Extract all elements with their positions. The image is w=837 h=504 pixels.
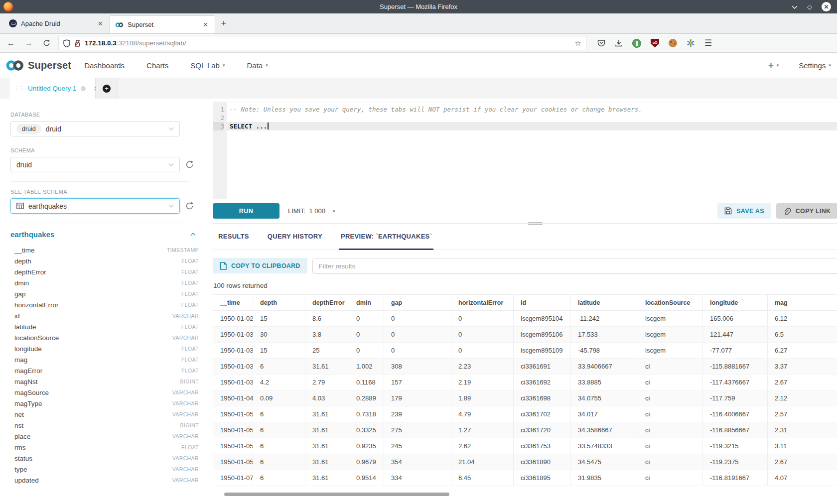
column-header[interactable]: horizontalError xyxy=(451,295,514,311)
results-table-wrap: __timedepthdepthErrordmingaphorizontalEr… xyxy=(213,294,837,486)
scrollbar-thumb[interactable] xyxy=(224,493,449,496)
downloads-icon[interactable] xyxy=(615,39,623,47)
column-row: place VARCHAR xyxy=(10,431,199,442)
ublock-icon[interactable]: uO xyxy=(651,39,659,48)
column-header[interactable]: mag xyxy=(768,295,837,311)
column-header[interactable]: dmin xyxy=(349,295,384,311)
column-name: longitude xyxy=(14,345,42,353)
table-row[interactable]: 1950-01-03T17:26:38.860Z4.2 2.790.1168 1… xyxy=(213,375,837,390)
column-row: magSource VARCHAR xyxy=(10,387,199,398)
table-row[interactable]: 1950-01-05T13:45:48.730Z6 31.610.9235 24… xyxy=(213,438,837,454)
column-row: magError FLOAT xyxy=(10,365,199,376)
maximize-icon[interactable]: ◇ xyxy=(807,3,812,10)
tab-close-icon[interactable]: ✕ xyxy=(201,21,210,28)
table-row[interactable]: 1950-01-02T15:14:37.960Z15 8.60 00 iscge… xyxy=(213,311,837,327)
insecure-lock-icon[interactable] xyxy=(74,39,81,47)
text-cursor xyxy=(268,123,269,129)
chevron-down-icon xyxy=(168,204,174,208)
table-select[interactable]: earthquakes xyxy=(10,198,180,214)
drag-grip-icon[interactable]: ⋮⋮ xyxy=(14,85,24,92)
save-as-button[interactable]: SAVE AS xyxy=(717,203,771,219)
pane-resize-handle[interactable] xyxy=(528,221,543,226)
table-row[interactable]: 1950-01-07T09:37:33.670Z6 31.610.9514 33… xyxy=(213,470,837,486)
browser-toolbar: ← → 172.18.0.3:32108/superset/sqllab/ ☆ … xyxy=(0,34,837,53)
sql-editor[interactable]: 1 2 3 -- Note: Unless you save your quer… xyxy=(213,102,837,199)
clipboard-icon xyxy=(220,262,227,270)
tab-results[interactable]: RESULTS xyxy=(218,224,249,249)
run-button[interactable]: RUN xyxy=(213,203,279,219)
caret-down-icon: ▾ xyxy=(829,63,831,68)
column-row: longitude FLOAT xyxy=(10,343,199,354)
column-name: net xyxy=(14,411,24,418)
column-type: VARCHAR xyxy=(172,389,199,395)
nav-sql-lab[interactable]: SQL Lab▾ xyxy=(190,61,225,70)
refresh-table-icon[interactable] xyxy=(185,202,194,210)
reload-icon[interactable] xyxy=(43,39,50,47)
nav-charts[interactable]: Charts xyxy=(146,61,168,70)
limit-dropdown[interactable]: LIMIT: 1 000 ▾ xyxy=(288,207,335,215)
table-row[interactable]: 1950-01-05T14:00:31.860Z6 31.610.9679 35… xyxy=(213,454,837,470)
bookmark-star-icon[interactable]: ☆ xyxy=(575,39,581,48)
cookie-extension-icon[interactable] xyxy=(669,39,677,47)
refresh-schema-icon[interactable] xyxy=(185,160,194,169)
caret-down-icon: ▾ xyxy=(333,209,335,214)
column-header[interactable]: depth xyxy=(253,295,305,311)
column-type: VARCHAR xyxy=(172,313,199,319)
schema-select[interactable]: druid xyxy=(10,157,180,172)
row-count-status: 100 rows returned xyxy=(213,282,837,289)
nav-dashboards[interactable]: Dashboards xyxy=(84,61,125,70)
new-tab-button[interactable]: + xyxy=(215,13,232,33)
column-name: gap xyxy=(14,290,26,298)
table-row[interactable]: 1950-01-05T07:24:19.740Z6 31.610.7318 23… xyxy=(213,406,837,422)
url-bar[interactable]: 172.18.0.3:32108/superset/sqllab/ ☆ xyxy=(58,36,586,50)
column-header[interactable]: gap xyxy=(384,295,451,311)
database-select[interactable]: druid druid xyxy=(10,121,180,136)
add-query-tab-button[interactable]: + xyxy=(96,78,118,99)
settings-menu[interactable]: Settings▾ xyxy=(799,61,831,70)
column-header[interactable]: locationSource xyxy=(638,295,703,311)
tab-close-icon[interactable]: ✕ xyxy=(96,20,105,27)
forward-icon[interactable]: → xyxy=(25,39,33,48)
column-row: type VARCHAR xyxy=(10,464,199,475)
add-new-button[interactable]: +▾ xyxy=(768,60,779,71)
column-name: __time xyxy=(14,247,35,254)
column-header[interactable]: __time xyxy=(213,295,253,311)
table-row[interactable]: 1950-01-05T12:51:29.690Z6 31.610.3325 27… xyxy=(213,422,837,438)
status-dot xyxy=(81,86,86,91)
superset-logo[interactable]: Superset xyxy=(5,59,71,72)
browser-tab-superset[interactable]: Superset ✕ xyxy=(110,15,215,33)
minimize-icon[interactable] xyxy=(792,5,798,9)
editor-code-area[interactable]: -- Note: Unless you save your query, the… xyxy=(227,102,837,199)
column-row: rms FLOAT xyxy=(10,442,199,453)
column-header[interactable]: id xyxy=(514,295,571,311)
table-row[interactable]: 1950-01-03T11:26:30.040Z6 31.611.002 308… xyxy=(213,359,837,375)
copy-to-clipboard-button[interactable]: COPY TO CLIPBOARD xyxy=(213,258,307,273)
column-header[interactable]: depthError xyxy=(305,295,349,311)
pocket-icon[interactable] xyxy=(597,39,605,47)
column-name: magNst xyxy=(14,378,38,385)
tab-query-history[interactable]: QUERY HISTORY xyxy=(268,224,322,249)
table-row[interactable]: 1950-01-03T02:51:55.410Z30 3.80 00 iscge… xyxy=(213,327,837,343)
back-icon[interactable]: ← xyxy=(7,39,15,48)
copy-link-button[interactable]: COPY LINK xyxy=(776,203,837,219)
nav-data[interactable]: Data▾ xyxy=(247,61,268,70)
close-icon[interactable]: ✕ xyxy=(822,2,831,11)
colorful-extension-icon[interactable] xyxy=(687,39,695,47)
filter-results-input[interactable] xyxy=(312,258,837,274)
horizontal-scrollbar[interactable] xyxy=(213,493,837,497)
collapse-chevron-up-icon[interactable] xyxy=(190,233,196,236)
column-name: type xyxy=(14,466,27,473)
extension-icon[interactable] xyxy=(632,39,641,48)
druid-favicon xyxy=(9,19,17,27)
table-row[interactable]: 1950-01-03T11:06:28.640Z15 250 00 iscgem… xyxy=(213,343,837,359)
tab-preview-earthquakes[interactable]: PREVIEW: `EARTHQUAKES` xyxy=(341,224,432,249)
table-row[interactable]: 1950-01-04T16:38:45.670Z0.09 4.030.2889 … xyxy=(213,390,837,406)
menu-icon[interactable]: ☰ xyxy=(704,38,712,48)
query-tab-untitled[interactable]: ⋮⋮ Untitled Query 1 ✕ xyxy=(9,78,96,99)
column-header[interactable]: longitude xyxy=(703,295,768,311)
tracking-shield-icon[interactable] xyxy=(63,39,70,47)
window-title: Superset — Mozilla Firefox xyxy=(0,3,837,10)
superset-favicon xyxy=(115,22,124,28)
browser-tab-druid[interactable]: Apache Druid ✕ xyxy=(4,13,110,33)
column-header[interactable]: latitude xyxy=(571,295,638,311)
